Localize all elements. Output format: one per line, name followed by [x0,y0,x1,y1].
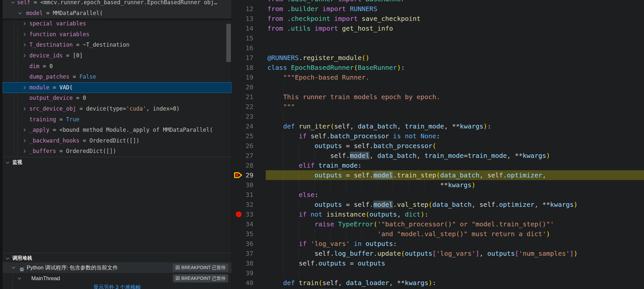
code-token: def [283,279,299,287]
code-token [267,259,299,267]
code-token: . [393,201,397,208]
code-line-27[interactable]: 27 self.model, data_batch, train_mode=tr… [232,151,644,160]
chevron-right-icon[interactable] [22,86,26,89]
chevron-down-icon[interactable] [11,0,15,4]
code-text: self.model.train() [267,288,369,289]
code-line-18[interactable]: 18class EpochBasedRunner(BaseRunner): [232,63,644,72]
code-token: = [342,171,354,179]
code-token: self [479,201,495,208]
code-token: = [342,201,354,208]
variable-row-output-device[interactable]: output_device = 0 [3,93,232,103]
code-token: , [338,279,346,287]
code-line-19[interactable]: 19 """Epoch-based Runner. [232,72,644,82]
code-line-22[interactable]: 22 """ [232,102,644,112]
code-token [267,132,299,140]
chevron-right-icon[interactable] [22,22,26,25]
code-line-30[interactable]: 30 **kwargs) [232,180,644,190]
callstack-thread-row[interactable]: MainThread 因 BREAKPOINT 已暂停 [3,273,232,284]
code-line-21[interactable]: 21 This runner train models epoch by epo… [232,92,644,102]
chevron-right-icon[interactable] [22,139,26,142]
code-token: = [342,142,354,150]
line-number: 27 [232,151,253,160]
code-token: ) [546,152,550,160]
callstack-session-row[interactable]: Python 调试程序: 包含参数的当前文件 因 BREAKPOINT 已暂停 [3,262,232,273]
code-line-33[interactable]: 33 if not isinstance(outputs, dict): [232,209,644,219]
variable-row-model[interactable]: model = MMDataParallel( [3,8,232,19]
code-token [267,93,283,101]
chevron-down-icon[interactable] [12,266,15,269]
code-line-24[interactable]: 24 def run_iter(self, data_batch, train_… [232,121,644,131]
code-token: ] [570,250,574,257]
chevron-right-icon[interactable] [22,107,26,111]
variable-row-device-ids[interactable]: device_ids = [0] [3,50,232,61]
code-line-29[interactable]: 29 outputs = self.model.train_step(data_… [232,170,644,180]
code-line-17[interactable]: 17@RUNNERS.register_module() [232,53,644,63]
code-token: . [346,152,350,160]
line-number: 23 [232,112,253,121]
variable-value: 0 [49,63,52,69]
chevron-down-icon[interactable] [6,256,9,260]
code-line-25[interactable]: 25 if self.batch_processor is not None: [232,131,644,141]
watch-section-header[interactable]: 监视 [3,157,232,166]
line-number: 30 [232,180,253,190]
code-line-32[interactable]: 32 outputs = self.model.val_step(data_ba… [232,200,644,209]
code-line-34[interactable]: 34 raise TypeError('"batch_processor()" … [232,219,644,229]
code-editor[interactable]: from .base_runner import BaseRunner12fro… [232,0,644,289]
code-line-38[interactable]: 38 self.outputs = outputs [232,258,644,268]
variable-row-self[interactable]: self = <mmcv.runner.epoch_based_runner.E… [3,0,232,8]
chevron-right-icon[interactable] [22,150,26,153]
code-line-15[interactable]: 15 [232,33,644,43]
code-token [267,181,440,189]
code-token: . [326,132,330,140]
variable-row-special-variables[interactable]: special variables [3,18,232,29]
line-number: 32 [232,200,253,209]
code-line-39[interactable]: 39 [232,268,644,278]
variable-row-training[interactable]: training = True [3,114,232,125]
variable-row--apply[interactable]: _apply = <bound method Module._apply of … [3,125,232,135]
variable-row-dim[interactable]: dim = 0 [3,61,232,72]
code-line-26[interactable]: 26 outputs = self.batch_processor( [232,141,644,151]
line-number: 21 [232,92,253,102]
code-token: , [397,210,405,218]
chevron-down-icon[interactable] [6,160,9,164]
variable-row--backward-hooks[interactable]: _backward_hooks = OrderedDict([]) [3,135,232,146]
code-line-12[interactable]: 12from .builder import RUNNERS [232,4,644,14]
variable-text: special variables [29,18,86,29]
code-line-31[interactable]: 31 else: [232,190,644,200]
code-line-40[interactable]: 40 def train(self, data_loader, **kwargs… [232,278,644,288]
chevron-right-icon[interactable] [22,43,26,47]
code-line-14[interactable]: 14from .utils import get_host_info [232,23,644,33]
code-line-11[interactable]: from .base_runner import BaseRunner [232,0,644,4]
code-line-41[interactable]: 41 self.model.train() [232,288,644,289]
code-token: self [354,201,369,208]
variable-row-function-variables[interactable]: function variables [3,29,232,40]
variable-row--buffers[interactable]: _buffers = OrderedDict([]) [3,146,232,157]
variable-row-module[interactable]: module = VAD( [3,82,232,93]
code-token: self [310,132,326,140]
variable-name: _backward_hooks [29,137,80,144]
chevron-right-icon[interactable] [22,129,26,132]
chevron-down-icon[interactable] [19,11,22,14]
code-line-35[interactable]: 35 'and "model.val_step()" must return a… [232,229,644,239]
callstack-section-header[interactable]: 调用堆栈 [3,253,232,262]
code-line-13[interactable]: 13from .checkpoint import save_checkpoin… [232,14,644,23]
code-token: @RUNNERS [267,54,299,62]
code-line-28[interactable]: 28 elif train_mode: [232,160,644,170]
code-line-20[interactable]: 20 [232,82,644,92]
chevron-right-icon[interactable] [22,54,26,57]
variable-row-src-device-obj[interactable]: src_device_obj = device(type='cuda', ind… [3,103,232,114]
variables-scrollbar[interactable] [226,24,231,62]
code-line-36[interactable]: 36 if 'log_vars' in outputs: [232,239,644,249]
variable-row-dump-patches[interactable]: dump_patches = False [3,71,232,82]
chevron-right-icon[interactable] [22,33,26,36]
show-more-stackframes-link[interactable]: 显示另外 3 个堆栈帧 [3,284,232,289]
variable-row-t-destination[interactable]: T_destination = ~T_destination [3,39,232,50]
code-line-23[interactable]: 23 [232,112,644,121]
code-token: self [315,250,330,257]
code-line-37[interactable]: 37 self.log_buffer.update(outputs['log_v… [232,249,644,258]
chevron-down-icon[interactable] [18,276,21,280]
code-token: ( [319,279,322,287]
code-token: [ [515,250,519,257]
code-token [267,103,283,111]
code-line-16[interactable]: 16 [232,43,644,53]
